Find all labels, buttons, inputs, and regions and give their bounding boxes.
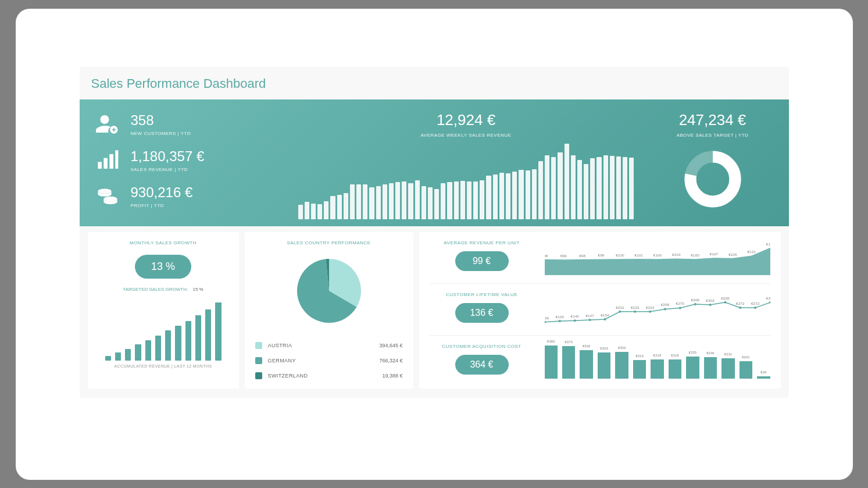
country-legend: AUSTRIA 394,645 € GERMANY 766,324 € SWIT… [255,342,403,379]
svg-point-39 [678,307,681,309]
svg-text:€272: €272 [736,301,745,305]
coins-icon [95,183,120,209]
svg-text:€107: €107 [709,252,718,257]
svg-text:€99: €99 [598,254,604,258]
kpi-value: 358 [131,112,191,129]
cac-bar-chart: €383€373€326€303€309€216€218€218€255€246… [545,344,770,379]
svg-point-33 [634,311,636,313]
kpi-sales-revenue: 1,180,357 € SALES REVENUE | YTD [95,147,281,173]
svg-point-47 [739,307,741,309]
svg-point-27 [588,319,591,321]
app-frame: Sales Performance Dashboard 358 NEW CUST… [16,9,853,480]
svg-text:€100: €100 [616,253,624,257]
svg-point-31 [619,311,621,313]
weekly-revenue-block: 12,924 € AVERAGE WEEKLY SALES REVENUE [298,111,634,219]
growth-bar-chart [105,302,222,361]
sales-target-donut [681,147,745,213]
svg-text:€100: €100 [653,253,662,257]
arpu-area-chart: €98€96€98€99€100€101€100€103€100€107€105… [545,240,770,275]
svg-point-49 [753,307,756,309]
kpi-value: 1,180,357 € [131,148,205,165]
svg-text:€258: €258 [660,303,669,307]
kpi-value: 930,216 € [131,184,193,201]
kpi-new-customers: 358 NEW CUSTOMERS | YTD [95,111,281,137]
svg-text:€105: €105 [728,252,737,257]
dashboard-panel: Sales Performance Dashboard 358 NEW CUST… [80,67,789,398]
growth-footnote: ACCUMULATED REVENUE | LAST 12 MONTHS [114,364,212,368]
weekly-revenue-label: AVERAGE WEEKLY SALES REVENUE [421,133,512,138]
swatch [255,372,262,379]
weekly-revenue-value: 12,924 € [437,111,495,129]
svg-text:€232: €232 [616,305,624,309]
kpi-profit: 930,216 € PROFIT | YTD [95,183,281,209]
svg-text:€135: €135 [555,315,564,319]
svg-text:€101: €101 [634,253,643,257]
page-title: Sales Performance Dashboard [80,76,789,99]
svg-text:€270: €270 [676,302,684,306]
sales-target-label: ABOVE SALES TARGET | YTD [677,133,749,138]
row-clv: CUSTOMER LIFETIME VALUE 136 € €126€135€1… [430,292,770,336]
svg-text:€147: €147 [585,314,594,318]
svg-text:€100: €100 [691,253,699,257]
sales-target-value: 247,234 € [679,111,746,129]
row-cac: CUSTOMER ACQUISITION COST 364 € €383€373… [430,344,770,379]
svg-text:€233: €233 [645,305,654,309]
mini-title: AVERAGE REVENUE PER UNIT [444,240,520,245]
target-sales-growth: TARGETED SALES GROWTH: 15 % [123,287,203,292]
svg-text:€170: €170 [766,242,770,246]
svg-point-4 [98,189,111,194]
kpi-label: PROFIT | YTD [131,203,193,208]
svg-text:€103: €103 [672,253,681,257]
swatch [255,357,262,364]
svg-text:€96: €96 [560,254,566,258]
row-arpu: AVERAGE REVENUE PER UNIT 99 € €98€96€98€… [430,240,770,284]
card-monthly-growth: MONTHLY SALES GROWTH 13 % TARGETED SALES… [88,232,239,389]
legend-row-germany: GERMANY 766,324 € [255,357,403,364]
cac-value-pill: 364 € [455,355,509,375]
svg-text:€98: €98 [579,254,585,258]
svg-rect-1 [103,158,108,169]
svg-text:€121: €121 [747,250,756,254]
svg-point-35 [648,311,651,313]
hero-strip: 358 NEW CUSTOMERS | YTD 1,180,357 € SALE… [80,99,789,226]
mini-title: CUSTOMER LIFETIME VALUE [446,292,517,297]
svg-rect-2 [109,154,113,169]
svg-point-23 [558,320,560,322]
bars-icon [95,147,120,173]
svg-text:€308: €308 [691,298,699,302]
sales-target-block: 247,234 € ABOVE SALES TARGET | YTD [652,111,774,213]
svg-point-21 [545,321,546,323]
clv-value-pill: 136 € [455,303,509,323]
svg-point-5 [103,197,117,201]
svg-point-43 [709,304,711,306]
svg-point-37 [663,308,666,310]
legend-row-switzerland: SWITZERLAND 19,388 € [255,372,403,379]
card-title: MONTHLY SALES GROWTH [130,240,197,245]
svg-rect-0 [98,162,102,169]
svg-text:€303: €303 [706,298,715,302]
svg-text:€98: €98 [545,254,548,258]
svg-text:€154: €154 [601,313,609,317]
svg-text:€126: €126 [545,316,549,320]
card-mini-metrics: AVERAGE REVENUE PER UNIT 99 € €98€96€98€… [419,232,781,389]
card-country-performance: SALES COUNTRY PERFORMANCE AUSTRIA 394,64… [245,232,413,389]
kpi-column: 358 NEW CUSTOMERS | YTD 1,180,357 € SALE… [95,111,281,209]
user-plus-icon [95,111,120,137]
svg-point-29 [603,318,606,320]
weekly-revenue-chart [298,144,634,219]
swatch [255,342,262,349]
country-pie-chart [288,245,370,334]
svg-rect-3 [115,150,118,169]
svg-text:€233: €233 [631,305,640,309]
arpu-value-pill: 99 € [455,251,509,271]
svg-text:€272: €272 [751,301,759,305]
svg-point-45 [724,301,726,304]
svg-point-41 [694,303,696,305]
kpi-label: SALES REVENUE | YTD [131,167,205,172]
growth-value-pill: 13 % [135,255,191,279]
legend-row-austria: AUSTRIA 394,645 € [255,342,403,349]
mini-title: CUSTOMER ACQUISITION COST [442,344,521,349]
kpi-label: NEW CUSTOMERS | YTD [131,131,191,136]
cards-row: MONTHLY SALES GROWTH 13 % TARGETED SALES… [80,226,789,389]
svg-text:€140: €140 [570,315,579,319]
